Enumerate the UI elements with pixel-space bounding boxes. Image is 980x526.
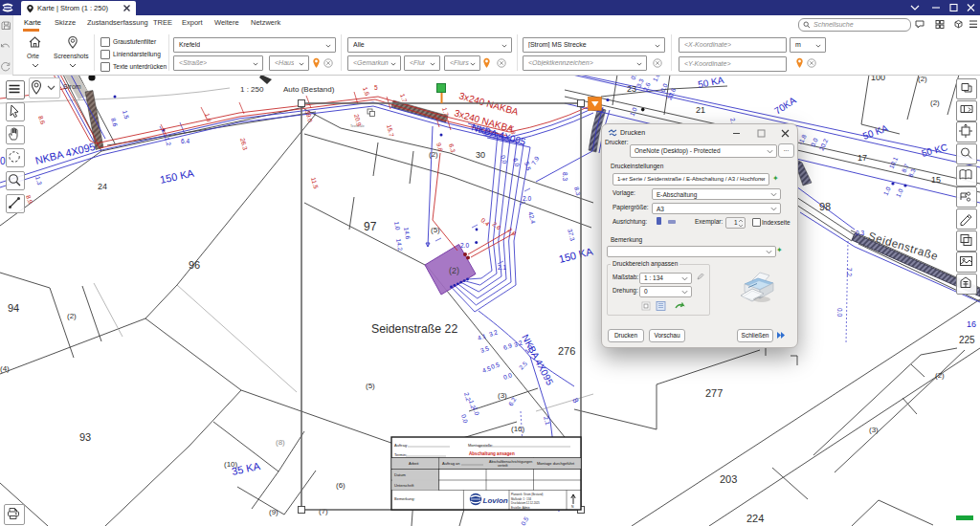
svg-text:Unterschrift: Unterschrift xyxy=(394,483,414,488)
svg-text:(5): (5) xyxy=(431,226,440,234)
svg-text:2.0: 2.0 xyxy=(460,242,469,249)
svg-text:Auftrag:: Auftrag: xyxy=(394,443,408,448)
svg-text:Abschaltbenachrichtigungen: Abschaltbenachrichtigungen xyxy=(489,460,532,464)
svg-text:98: 98 xyxy=(819,201,831,212)
svg-text:(8): (8) xyxy=(276,438,285,447)
svg-text:(2): (2) xyxy=(429,150,438,159)
svg-text:24: 24 xyxy=(98,182,107,191)
svg-text:224: 224 xyxy=(746,513,764,524)
svg-text:(16): (16) xyxy=(511,425,525,433)
svg-text:(2): (2) xyxy=(449,266,459,275)
svg-text:7.2: 7.2 xyxy=(846,268,853,276)
svg-text:203: 203 xyxy=(720,473,737,485)
svg-text:(5): (5) xyxy=(366,382,375,390)
svg-text:Montagestelle:: Montagestelle: xyxy=(468,443,493,448)
svg-text:Druckdatum:12.12.2025: Druckdatum:12.12.2025 xyxy=(511,501,540,505)
svg-text:Abschaltung ansagen: Abschaltung ansagen xyxy=(469,451,515,456)
svg-text:Termin:: Termin: xyxy=(394,452,407,457)
svg-text:(3): (3) xyxy=(498,391,507,400)
svg-text:Planwerk: Strom (Bestand): Planwerk: Strom (Bestand) xyxy=(511,493,543,496)
svg-text:(2): (2) xyxy=(918,75,927,83)
svg-text:5: 5 xyxy=(374,84,378,91)
svg-text:(3): (3) xyxy=(869,426,879,434)
svg-text:16: 16 xyxy=(967,319,976,329)
svg-text:97: 97 xyxy=(364,220,377,233)
svg-text:1 : 250: 1 : 250 xyxy=(240,85,264,94)
svg-text:21: 21 xyxy=(696,105,705,115)
svg-text:(7): (7) xyxy=(319,507,328,515)
svg-text:Lovion: Lovion xyxy=(483,496,508,505)
svg-text:8.3: 8.3 xyxy=(562,172,568,181)
svg-text:Bemerkung:: Bemerkung: xyxy=(394,496,415,501)
svg-text:(4): (4) xyxy=(0,364,10,373)
svg-text:verteilt: verteilt xyxy=(498,464,508,468)
svg-text:Ersteller: Admin: Ersteller: Admin xyxy=(511,506,530,510)
svg-text:94: 94 xyxy=(8,302,19,314)
svg-text:Montage durchgeführt: Montage durchgeführt xyxy=(537,461,575,466)
svg-text:Seidenstraße 22: Seidenstraße 22 xyxy=(371,322,457,336)
svg-text:2.0: 2.0 xyxy=(523,195,531,202)
svg-text:277: 277 xyxy=(705,387,723,399)
svg-text:Auftrag an: Auftrag an xyxy=(442,461,459,466)
svg-text:17: 17 xyxy=(858,153,867,163)
svg-text:6.4: 6.4 xyxy=(181,138,189,144)
svg-text:15: 15 xyxy=(931,175,941,185)
svg-text:96: 96 xyxy=(189,259,200,271)
svg-text:(2): (2) xyxy=(935,371,945,380)
svg-text:Datum: Datum xyxy=(394,472,406,477)
svg-text:(6): (6) xyxy=(336,481,345,490)
svg-text:(9): (9) xyxy=(269,508,278,516)
svg-text:(2): (2) xyxy=(67,312,77,320)
svg-text:93: 93 xyxy=(79,431,91,443)
svg-text:Maßstab: 1 : 134: Maßstab: 1 : 134 xyxy=(511,497,531,501)
svg-text:0.0: 0.0 xyxy=(836,308,843,317)
svg-text:Auto (Bestand): Auto (Bestand) xyxy=(283,85,335,94)
svg-text:Arbeit: Arbeit xyxy=(409,461,419,466)
svg-text:276: 276 xyxy=(558,345,575,357)
svg-text:0.3: 0.3 xyxy=(856,230,864,236)
svg-text:225: 225 xyxy=(959,335,975,345)
svg-text:30: 30 xyxy=(476,150,485,160)
svg-text:(2): (2) xyxy=(930,99,940,107)
svg-text:2.1: 2.1 xyxy=(498,264,506,271)
